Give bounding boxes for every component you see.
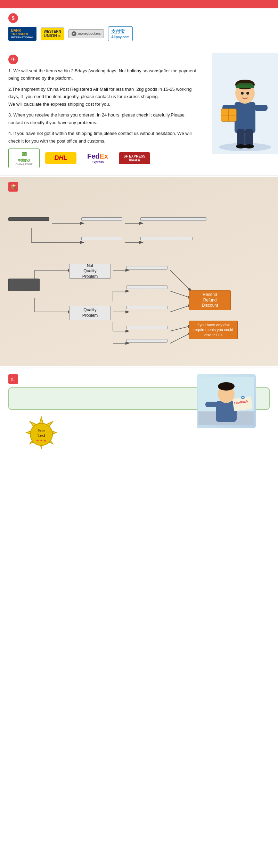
moneybookers-logo: ● moneybookers [68,29,104,38]
fc-not-fit [126,266,167,270]
feedback-section: 🏷 [0,369,278,461]
shipment-point-3: 3. When you receive the items you ordere… [8,111,200,126]
fc-quality-problem: QualityProblem [69,306,111,320]
fc-resend: ResendRefundDiscount [189,290,231,310]
return-section: 📦 [0,177,278,366]
page-header [0,0,278,8]
sf-logo: SF EXPRESS 顺丰速运 [119,152,150,164]
shipment-content: ✈ 1. We will sent the items within 2-5da… [8,55,270,145]
box-icon: 📦 [8,182,18,192]
western-union-logo: WESTERNUNION ® [41,27,64,40]
fc-on-the-way [81,217,122,221]
shipping-logos: ✉ 中国邮政 CHINA POST DHL FedEx Express SF E… [8,148,270,168]
chinapost-logo: ✉ 中国邮政 CHINA POST [8,148,40,168]
svg-text:Text: Text [38,433,45,438]
bank-transfer-logo: BANK TRANSFER INTERNATIONAL [8,27,36,41]
fc-damage [126,339,167,343]
fc-please-wait [140,217,206,221]
tag-icon: 🏷 [8,374,18,384]
dhl-logo: DHL [45,152,76,164]
plane-icon: ✈ [8,55,18,64]
alipay-logo: 支付宝 Alipay.com [108,26,133,41]
feedback-image-wrap: Feedback [197,374,259,430]
gold-badge: Your Text ★ ★ ★ [19,415,64,453]
payment-logos: BANK TRANSFER INTERNATIONAL WESTERNUNION… [8,26,270,41]
flowchart: NotQualityProblem QualityProblem [8,197,270,357]
fc-color-diff [126,306,167,309]
svg-line-38 [170,326,191,331]
shipment-point-1: 1. We will sent the items within 2-5days… [8,67,200,82]
feedback-person-svg: Feedback [198,377,254,425]
svg-rect-46 [205,402,217,407]
return-content: 📦 [8,182,270,357]
svg-point-45 [218,382,235,391]
feedback-header-row: 🏷 [8,374,270,384]
shipment-point-2: 2.The shipment by China Post Registered … [8,86,200,108]
svg-line-39 [170,333,191,343]
fc-else-req: If you have any else requirements you co… [189,321,238,339]
return-title-row: 📦 [8,182,270,192]
svg-line-37 [170,305,191,312]
svg-text:Your: Your [38,429,45,433]
payment-section: $ BANK TRANSFER INTERNATIONAL WESTERNUNI… [0,8,278,47]
shipment-title-row: ✈ [8,55,200,64]
svg-text:★ ★ ★: ★ ★ ★ [36,439,46,442]
fc-wrong-delivery [126,286,167,289]
fc-quality-defect [126,326,167,329]
money-icon: $ [8,13,18,23]
fc-received-refund [140,237,193,240]
fedex-logo: FedEx Express [82,150,113,166]
fc-received-lost [81,237,122,240]
fc-not-quality: NotQualityProblem [69,264,111,279]
feedback-person: Feedback [197,374,256,428]
svg-line-35 [170,270,191,291]
svg-point-51 [242,397,244,398]
shipment-section: ✈ 1. We will sent the items within 2-5da… [0,50,278,174]
badge-svg: Your Text ★ ★ ★ [19,415,64,453]
shipment-point-4: 4. If you have not got it within the shi… [8,130,200,145]
svg-line-36 [170,291,191,298]
fc-received [8,279,40,291]
fc-not-received [8,217,49,221]
payment-title-row: $ [8,13,270,23]
